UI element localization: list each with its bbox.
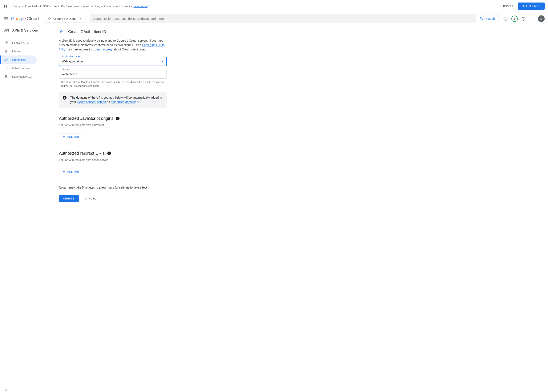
help-icon[interactable] xyxy=(521,16,526,21)
sidebar-item-label: OAuth consen… xyxy=(12,67,32,70)
name-input[interactable] xyxy=(59,70,167,79)
svg-point-7 xyxy=(532,18,532,19)
app-header: GoogleCloud Logto SSO Demo Search 1 S xyxy=(0,12,548,25)
search-button[interactable]: Search xyxy=(476,14,498,23)
create-button[interactable]: CREATE xyxy=(59,195,79,202)
plus-icon xyxy=(62,170,65,173)
learn-more-link[interactable]: Learn more xyxy=(95,48,113,51)
sidebar-item-label: Page usage a… xyxy=(12,75,32,78)
svg-point-6 xyxy=(532,17,532,17)
dashboard-icon xyxy=(4,41,8,45)
trial-credits-badge[interactable]: 1 xyxy=(511,15,518,22)
banner-learn-more-link[interactable]: Learn more xyxy=(133,5,150,8)
sidebar-item-label: Enabled APIs … xyxy=(12,42,32,45)
oauth-consent-link[interactable]: OAuth consent screen xyxy=(77,100,106,104)
js-origins-title: Authorized JavaScript origins xyxy=(59,116,113,121)
free-trial-banner: Start your Free Trial with $300 in credi… xyxy=(0,0,548,12)
sidebar: API APIs & Services Enabled APIs … Libra… xyxy=(0,25,54,392)
svg-point-3 xyxy=(49,19,50,20)
help-icon[interactable]: ? xyxy=(116,117,120,120)
svg-rect-4 xyxy=(504,17,507,20)
sidebar-collapse-button[interactable] xyxy=(4,388,8,392)
cloud-shell-icon[interactable] xyxy=(503,16,508,21)
search-icon xyxy=(480,17,484,21)
application-type-value: Web application xyxy=(62,60,83,63)
svg-point-11 xyxy=(7,43,8,43)
dismiss-button[interactable]: DISMISS xyxy=(498,3,518,9)
sidebar-item-page-usage[interactable]: Page usage a… xyxy=(0,72,37,81)
sidebar-item-label: Credentials xyxy=(12,58,26,61)
info-text: The domains of the URIs you add below wi… xyxy=(70,95,163,104)
svg-point-8 xyxy=(532,20,532,20)
sidebar-item-label: Library xyxy=(12,50,21,53)
key-icon xyxy=(4,58,8,62)
sidebar-title: APIs & Services xyxy=(12,28,38,33)
help-icon[interactable]: ? xyxy=(107,152,111,155)
info-icon: i xyxy=(63,96,66,100)
chevron-down-icon xyxy=(79,17,82,21)
intro-text: A client ID is used to identify a single… xyxy=(59,38,167,52)
project-name: Logto SSO Demo xyxy=(53,17,77,20)
redirect-uris-desc: For use with requests from a web server xyxy=(59,158,167,161)
search-box: Search xyxy=(90,14,499,23)
content-header: Create OAuth client ID xyxy=(54,25,548,38)
name-help-text: The name of your OAuth 2.0 client. This … xyxy=(61,80,167,88)
svg-point-1 xyxy=(48,18,49,19)
name-field-wrapper: Name * xyxy=(59,70,167,79)
svg-point-9 xyxy=(6,42,7,42)
google-cloud-logo[interactable]: GoogleCloud xyxy=(11,16,39,21)
add-redirect-uri-button[interactable]: ADD URI xyxy=(59,168,82,175)
sidebar-item-oauth-consent[interactable]: OAuth consen… xyxy=(0,64,37,72)
search-input[interactable] xyxy=(90,14,476,23)
content-area: Create OAuth client ID A client ID is us… xyxy=(54,25,548,392)
application-type-select[interactable]: Web application xyxy=(59,57,167,66)
banner-text: Start your Free Trial with $300 in credi… xyxy=(13,5,498,8)
svg-point-17 xyxy=(5,59,6,61)
more-options-icon[interactable] xyxy=(529,16,534,21)
api-icon: API xyxy=(4,28,9,32)
consent-icon xyxy=(4,66,8,70)
plus-icon xyxy=(62,135,65,138)
application-type-label: Application type * xyxy=(61,55,82,58)
svg-rect-16 xyxy=(7,50,7,53)
back-arrow-icon[interactable] xyxy=(59,29,64,34)
chevron-down-icon xyxy=(162,61,164,62)
add-js-origin-button[interactable]: ADD URI xyxy=(59,133,82,140)
user-avatar[interactable]: S xyxy=(538,15,545,22)
redirect-uris-section: Authorized redirect URIs ? For use with … xyxy=(59,151,167,175)
action-buttons: CREATE CANCEL xyxy=(59,195,167,202)
sidebar-item-credentials[interactable]: Credentials xyxy=(0,56,37,64)
project-selector[interactable]: Logto SSO Demo xyxy=(45,15,86,22)
start-free-button[interactable]: START FREE xyxy=(518,2,545,10)
library-icon xyxy=(4,49,8,53)
sidebar-header: API APIs & Services xyxy=(0,25,54,36)
hamburger-menu-icon[interactable] xyxy=(3,16,8,21)
note-text: Note: It may take 5 minutes to a few hou… xyxy=(59,186,167,189)
svg-point-2 xyxy=(50,18,51,19)
scope-icon xyxy=(48,17,51,20)
cancel-button[interactable]: CANCEL xyxy=(81,195,100,202)
js-origins-desc: For use with requests from a browser xyxy=(59,123,167,126)
svg-point-19 xyxy=(7,77,8,78)
svg-rect-18 xyxy=(5,67,7,69)
name-label: Name * xyxy=(61,68,71,71)
usage-icon xyxy=(4,74,8,79)
authorized-domains-link[interactable]: authorized domains xyxy=(111,100,139,104)
svg-point-13 xyxy=(6,43,7,43)
redirect-uris-title: Authorized redirect URIs xyxy=(59,151,105,156)
svg-point-12 xyxy=(6,44,7,44)
sidebar-item-library[interactable]: Library xyxy=(0,47,37,56)
js-origins-section: Authorized JavaScript origins ? For use … xyxy=(59,116,167,140)
svg-point-10 xyxy=(5,43,6,43)
svg-point-0 xyxy=(49,17,50,18)
svg-rect-14 xyxy=(5,50,6,53)
page-title: Create OAuth client ID xyxy=(68,30,106,34)
info-box: i The domains of the URIs you add below … xyxy=(59,92,167,108)
application-type-field: Application type * Web application xyxy=(59,57,167,66)
svg-rect-15 xyxy=(6,50,7,53)
gift-icon xyxy=(3,4,7,8)
sidebar-item-enabled-apis[interactable]: Enabled APIs … xyxy=(0,39,37,47)
